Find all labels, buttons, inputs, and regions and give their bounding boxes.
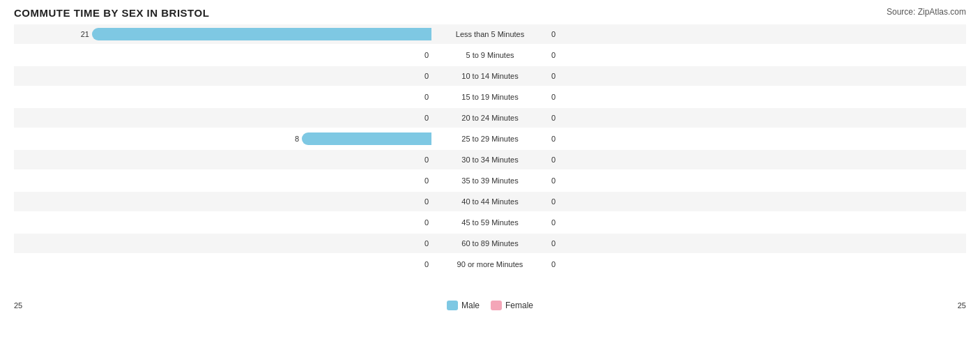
male-value: 0 [415,176,429,185]
legend-female-box [491,301,502,310]
chart-header: COMMUTE TIME BY SEX IN BRISTOL Source: Z… [14,7,966,19]
chart-container: COMMUTE TIME BY SEX IN BRISTOL Source: Z… [0,0,980,364]
chart-row: 0 45 to 59 Minutes 0 [14,213,966,232]
male-value: 0 [415,197,429,206]
left-section: 8 [14,132,434,145]
row-label: 35 to 39 Minutes [434,176,546,185]
left-section: 0 [14,70,434,82]
row-label: 5 to 9 Minutes [434,51,546,59]
female-value: 0 [551,197,565,206]
row-label: 10 to 14 Minutes [434,72,546,80]
left-section: 0 [14,153,434,166]
right-section: 0 [546,195,966,208]
right-section: 0 [546,237,966,250]
right-section: 0 [546,153,966,166]
female-value: 0 [551,135,565,143]
legend-male-item: Male [447,301,480,310]
row-label: 60 to 89 Minutes [434,239,546,248]
right-section: 0 [546,91,966,103]
left-section: 0 [14,258,434,271]
male-bar [302,132,431,145]
row-label: 30 to 34 Minutes [434,156,546,164]
left-section: 0 [14,91,434,103]
row-label: 45 to 59 Minutes [434,218,546,227]
left-section: 0 [14,49,434,61]
right-section: 0 [546,258,966,271]
male-value: 0 [415,93,429,101]
female-value: 0 [551,114,565,122]
chart-row: 0 90 or more Minutes 0 [14,255,966,274]
chart-row: 8 25 to 29 Minutes 0 [14,129,966,149]
chart-row: 0 30 to 34 Minutes 0 [14,150,966,169]
female-value: 0 [551,51,565,59]
male-value: 0 [415,51,429,59]
chart-row: 0 20 to 24 Minutes 0 [14,108,966,128]
row-label: 40 to 44 Minutes [434,197,546,206]
male-value: 0 [415,239,429,248]
male-value: 0 [415,260,429,268]
right-section: 0 [546,49,966,61]
chart-source: Source: ZipAtlas.com [887,7,966,17]
male-value: 21 [75,30,89,38]
right-section: 0 [546,216,966,229]
right-section: 0 [546,174,966,187]
chart-body: 21 Less than 5 Minutes 0 0 5 to 9 Minute… [14,24,966,296]
axis-left: 25 [14,301,22,310]
right-section: 0 [546,28,966,40]
male-value: 0 [415,218,429,227]
chart-row: 0 15 to 19 Minutes 0 [14,87,966,107]
female-value: 0 [551,156,565,164]
row-label: 20 to 24 Minutes [434,114,546,122]
legend-male-box [447,301,458,310]
right-section: 0 [546,70,966,82]
male-value: 8 [285,135,299,143]
male-bar [92,28,431,40]
row-label: 90 or more Minutes [434,260,546,268]
chart-row: 0 60 to 89 Minutes 0 [14,234,966,253]
right-section: 0 [546,132,966,145]
chart-row: 0 5 to 9 Minutes 0 [14,45,966,65]
female-value: 0 [551,239,565,248]
left-section: 0 [14,174,434,187]
axis-right: 25 [958,301,966,310]
left-section: 0 [14,112,434,124]
legend-male-label: Male [461,301,480,310]
chart-row: 0 10 to 14 Minutes 0 [14,66,966,86]
row-label: Less than 5 Minutes [434,30,546,38]
male-value: 0 [415,72,429,80]
left-section: 21 [14,28,434,40]
female-value: 0 [551,93,565,101]
chart-row: 0 35 to 39 Minutes 0 [14,171,966,190]
female-value: 0 [551,218,565,227]
female-value: 0 [551,72,565,80]
right-section: 0 [546,112,966,124]
male-value: 0 [415,156,429,164]
row-label: 25 to 29 Minutes [434,135,546,143]
female-value: 0 [551,176,565,185]
legend-female-item: Female [491,301,533,310]
legend: Male Female [447,301,533,310]
left-section: 0 [14,216,434,229]
row-label: 15 to 19 Minutes [434,93,546,101]
legend-female-label: Female [505,301,533,310]
chart-row: 21 Less than 5 Minutes 0 [14,24,966,44]
left-section: 0 [14,195,434,208]
chart-title: COMMUTE TIME BY SEX IN BRISTOL [14,7,209,19]
female-value: 0 [551,260,565,268]
left-section: 0 [14,237,434,250]
chart-footer: 25 Male Female 25 [14,301,966,310]
chart-row: 0 40 to 44 Minutes 0 [14,192,966,211]
female-value: 0 [551,30,565,38]
male-value: 0 [415,114,429,122]
